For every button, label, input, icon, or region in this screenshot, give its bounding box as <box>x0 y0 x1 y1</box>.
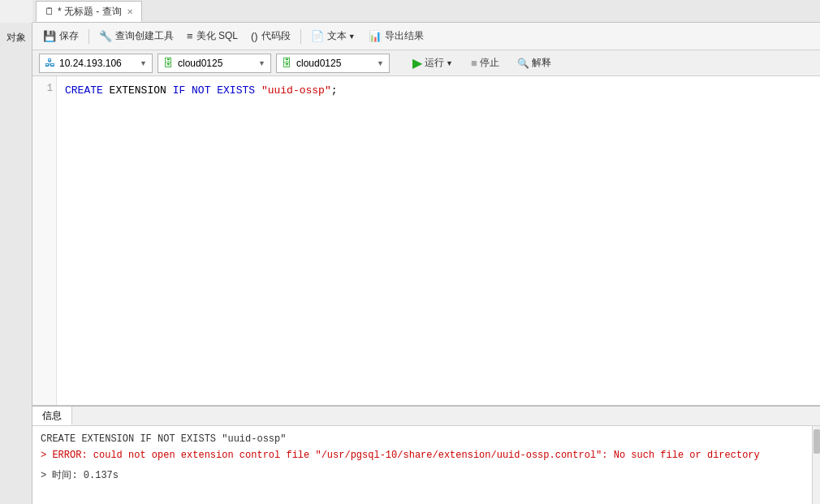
save-icon: 💾 <box>43 30 56 42</box>
line-number-1: 1 <box>36 83 53 94</box>
code-extension: EXTENSION <box>103 84 173 97</box>
text-dropdown-arrow: ▼ <box>348 32 356 41</box>
beautify-sql-button[interactable]: ≡ 美化 SQL <box>181 27 244 45</box>
keyword-create: CREATE <box>65 84 103 97</box>
content-wrapper: 🗒 * 无标题 - 查询 ✕ 💾 保存 🔧 查询创建工具 ≡ 美化 SQL () <box>32 0 820 504</box>
tab-close-icon[interactable]: ✕ <box>127 7 133 16</box>
db2-icon: 🗄 <box>282 57 292 69</box>
save-label: 保存 <box>59 29 79 43</box>
code-editor[interactable]: 1 CREATE EXTENSION IF NOT EXISTS "uuid-o… <box>32 76 820 407</box>
server-value: 10.24.193.106 <box>59 58 122 69</box>
export-button[interactable]: 📊 导出结果 <box>363 27 429 45</box>
query-builder-icon: 🔧 <box>99 30 112 42</box>
text-label: 文本 <box>327 29 347 43</box>
bottom-output: CREATE EXTENSION IF NOT EXISTS "uuid-oss… <box>32 426 812 489</box>
objects-tab-label[interactable]: 对象 <box>2 28 31 48</box>
bottom-scrollbar[interactable] <box>812 426 820 504</box>
beautify-icon: ≡ <box>187 30 193 42</box>
info-tab[interactable]: 信息 <box>32 407 72 425</box>
toolbar: 💾 保存 🔧 查询创建工具 ≡ 美化 SQL () 代码段 📄 文本 ▼ <box>32 23 820 50</box>
query-builder-label: 查询创建工具 <box>115 29 174 43</box>
text-icon: 📄 <box>311 30 324 42</box>
save-button[interactable]: 💾 保存 <box>37 27 84 45</box>
query-tab-icon: 🗒 <box>45 6 54 17</box>
app-container: 对象 🗒 * 无标题 - 查询 ✕ 💾 保存 🔧 查询创建工具 ≡ <box>0 0 820 504</box>
query-tab-label: * 无标题 - 查询 <box>58 5 122 19</box>
scrollbar-thumb[interactable] <box>814 429 820 454</box>
bottom-row: CREATE EXTENSION IF NOT EXISTS "uuid-oss… <box>32 426 820 504</box>
query-builder-button[interactable]: 🔧 查询创建工具 <box>93 27 179 45</box>
query-tab[interactable]: 🗒 * 无标题 - 查询 ✕ <box>36 1 142 22</box>
run-icon: ▶ <box>412 55 422 71</box>
toolbar-divider-1 <box>88 29 89 44</box>
server-dropdown-arrow: ▼ <box>140 59 147 67</box>
code-snippet-button[interactable]: () 代码段 <box>245 27 296 45</box>
connection-bar: 🖧 10.24.193.106 ▼ 🗄 cloud0125 ▼ 🗄 cloud0… <box>32 50 820 76</box>
text-button[interactable]: 📄 文本 ▼ <box>305 27 361 45</box>
server-select[interactable]: 🖧 10.24.193.106 ▼ <box>39 54 153 73</box>
code-snippet-label: 代码段 <box>261 29 291 43</box>
server-icon: 🖧 <box>45 57 55 69</box>
left-sidebar: 对象 <box>0 23 32 504</box>
toolbar-divider-2 <box>300 29 301 44</box>
run-button[interactable]: ▶ 运行 ▼ <box>406 53 460 73</box>
tab-bar: 🗒 * 无标题 - 查询 ✕ <box>32 0 820 23</box>
stop-icon: ■ <box>471 57 477 69</box>
db1-icon: 🗄 <box>163 57 174 69</box>
export-icon: 📊 <box>369 30 382 42</box>
output-line-2: > ERROR: could not open extension contro… <box>41 447 804 463</box>
db2-select[interactable]: 🗄 cloud0125 ▼ <box>276 54 390 73</box>
bottom-content-area: CREATE EXTENSION IF NOT EXISTS "uuid-oss… <box>32 426 812 504</box>
line-numbers: 1 <box>32 76 57 405</box>
db2-value: cloud0125 <box>296 58 341 69</box>
output-line-1: CREATE EXTENSION IF NOT EXISTS "uuid-oss… <box>41 431 804 447</box>
explain-icon: 🔍 <box>517 58 529 69</box>
explain-label: 解释 <box>532 56 551 70</box>
run-label: 运行 <box>425 56 444 70</box>
code-content[interactable]: CREATE EXTENSION IF NOT EXISTS "uuid-oss… <box>57 76 820 405</box>
bottom-panel: 信息 CREATE EXTENSION IF NOT EXISTS "uuid-… <box>32 407 820 504</box>
run-dropdown-arrow: ▼ <box>446 59 453 67</box>
export-label: 导出结果 <box>385 29 424 43</box>
db1-value: cloud0125 <box>178 58 222 69</box>
code-icon: () <box>251 30 258 42</box>
explain-button[interactable]: 🔍 解释 <box>511 54 558 72</box>
beautify-label: 美化 SQL <box>196 29 238 43</box>
db2-dropdown-arrow: ▼ <box>377 59 384 67</box>
stop-label: 停止 <box>480 56 499 70</box>
bottom-tabs: 信息 <box>32 407 820 426</box>
db1-dropdown-arrow: ▼ <box>258 59 265 67</box>
db1-select[interactable]: 🗄 cloud0125 ▼ <box>158 54 271 73</box>
output-line-3: > 时间: 0.137s <box>41 467 804 484</box>
keyword-if-not-exists: IF NOT EXISTS <box>173 84 255 97</box>
extension-name: "uuid-ossp" <box>261 84 331 97</box>
stop-button[interactable]: ■ 停止 <box>464 54 506 72</box>
main-area: 1 CREATE EXTENSION IF NOT EXISTS "uuid-o… <box>32 76 820 504</box>
semicolon: ; <box>331 84 338 97</box>
